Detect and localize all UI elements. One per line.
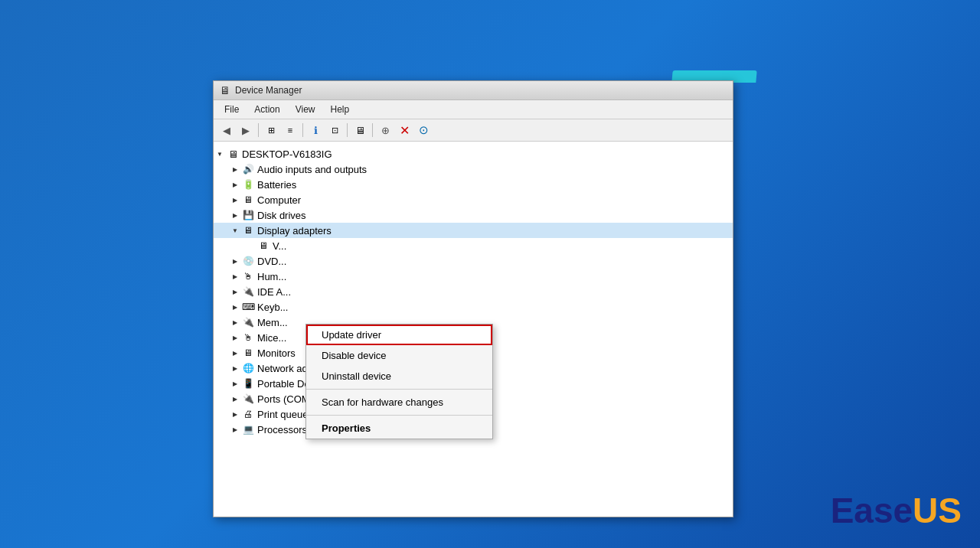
- menu-action[interactable]: Action: [247, 102, 287, 117]
- toolbar-remove-btn[interactable]: ✕: [396, 122, 413, 139]
- toolbar-separator-2: [302, 123, 303, 137]
- tree-root[interactable]: ▼ 🖥 DESKTOP-V6183IG: [214, 146, 733, 161]
- ctx-uninstall-device[interactable]: Uninstall device: [306, 366, 492, 387]
- ctx-separator-2: [306, 415, 492, 416]
- net-arrow: ▶: [229, 362, 241, 374]
- display-icon: 🖥: [241, 224, 255, 236]
- port-arrow: ▶: [229, 377, 241, 390]
- mem-icon: 🔌: [241, 316, 255, 328]
- mem-arrow: ▶: [229, 316, 241, 328]
- toolbar-view3-btn[interactable]: ⊡: [326, 122, 343, 139]
- toolbar-info-btn[interactable]: ℹ: [307, 122, 324, 139]
- vga-label: V...: [273, 240, 286, 252]
- ctx-disable-device[interactable]: Disable device: [306, 345, 492, 366]
- toolbar-separator-1: [258, 123, 259, 137]
- menubar: File Action View Help: [214, 100, 733, 119]
- mon-label: Monitors: [257, 347, 296, 359]
- toolbar-forward-btn[interactable]: ▶: [237, 122, 254, 139]
- root-label: DESKTOP-V6183IG: [242, 148, 332, 160]
- toolbar-monitor-btn[interactable]: 🖥: [351, 122, 368, 139]
- ctx-update-driver-label: Update driver: [322, 329, 381, 341]
- batteries-icon: 🔋: [241, 178, 255, 191]
- ctx-properties[interactable]: Properties: [306, 418, 492, 439]
- tree-item-hid[interactable]: ▶ 🖱 Hum...: [214, 269, 733, 284]
- ctx-uninstall-device-label: Uninstall device: [322, 370, 391, 382]
- hid-label: Hum...: [257, 271, 286, 282]
- ctx-scan-changes[interactable]: Scan for hardware changes: [306, 392, 492, 413]
- ease-text: Ease: [831, 491, 913, 530]
- display-arrow: ▼: [229, 224, 241, 236]
- disk-icon: 💾: [241, 209, 255, 221]
- menu-file[interactable]: File: [217, 102, 247, 117]
- titlebar: 🖥 Device Manager: [214, 81, 733, 100]
- mice-icon: 🖱: [241, 331, 255, 344]
- context-menu: Update driver Disable device Uninstall d…: [305, 324, 493, 439]
- toolbar-download-btn[interactable]: ⊙: [415, 122, 432, 139]
- tree-content: ▼ 🖥 DESKTOP-V6183IG ▶ 🔊 Audio inputs and…: [214, 142, 733, 517]
- tree-item-audio[interactable]: ▶ 🔊 Audio inputs and outputs: [214, 161, 733, 177]
- menu-view[interactable]: View: [288, 102, 323, 117]
- mem-label: Mem...: [257, 317, 288, 328]
- tree-item-ide[interactable]: ▶ 🔌 IDE A...: [214, 284, 733, 299]
- mon-icon: 🖥: [241, 347, 255, 359]
- prn-arrow: ▶: [229, 408, 241, 420]
- ctx-separator-1: [306, 389, 492, 390]
- device-manager-window: 🖥 Device Manager File Action View Help ◀…: [213, 80, 733, 517]
- port-icon: 📱: [241, 377, 255, 390]
- toolbar: ◀ ▶ ⊞ ≡ ℹ ⊡ 🖥 ⊕ ✕ ⊙: [214, 119, 733, 142]
- menu-help[interactable]: Help: [323, 102, 358, 117]
- ctx-update-driver[interactable]: Update driver: [306, 325, 492, 345]
- toolbar-back-btn[interactable]: ◀: [218, 122, 235, 139]
- prc-icon: 💻: [241, 423, 255, 435]
- tree-item-disk[interactable]: ▶ 💾 Disk drives: [214, 207, 733, 223]
- ctx-properties-label: Properties: [322, 422, 371, 434]
- ide-arrow: ▶: [229, 285, 241, 298]
- dvd-icon: 💿: [241, 255, 255, 267]
- prc-label: Processors: [257, 424, 307, 435]
- kb-icon: ⌨: [241, 301, 255, 313]
- audio-arrow: ▶: [229, 163, 241, 175]
- pts-icon: 🔌: [241, 393, 255, 405]
- tree-item-display[interactable]: ▼ 🖥 Display adapters: [214, 223, 733, 238]
- tree-item-dvd[interactable]: ▶ 💿 DVD...: [214, 253, 733, 269]
- batteries-label: Batteries: [257, 179, 296, 191]
- audio-icon: 🔊: [241, 163, 255, 175]
- vga-arrow: [244, 240, 256, 252]
- titlebar-text: Device Manager: [235, 85, 302, 96]
- ctx-scan-changes-label: Scan for hardware changes: [322, 396, 443, 408]
- net-icon: 🌐: [241, 362, 255, 374]
- ctx-disable-device-label: Disable device: [322, 350, 387, 361]
- batteries-arrow: ▶: [229, 178, 241, 191]
- dvd-arrow: ▶: [229, 255, 241, 267]
- audio-label: Audio inputs and outputs: [257, 164, 367, 175]
- kb-arrow: ▶: [229, 301, 241, 313]
- us-text: US: [913, 491, 962, 530]
- pts-arrow: ▶: [229, 393, 241, 405]
- tree-item-batteries[interactable]: ▶ 🔋 Batteries: [214, 177, 733, 192]
- dvd-label: DVD...: [257, 256, 286, 267]
- prc-arrow: ▶: [229, 423, 241, 435]
- computer-icon: 🖥: [241, 194, 255, 206]
- display-label: Display adapters: [257, 225, 332, 236]
- toolbar-separator-4: [372, 123, 373, 137]
- mon-arrow: ▶: [229, 347, 241, 359]
- ide-icon: 🔌: [241, 285, 255, 298]
- mice-arrow: ▶: [229, 331, 241, 344]
- easeus-branding: EaseUS: [831, 490, 962, 531]
- tree-item-keyboard[interactable]: ▶ ⌨ Keyb...: [214, 299, 733, 315]
- disk-label: Disk drives: [257, 210, 306, 221]
- computer-label: Computer: [257, 194, 301, 206]
- tree-item-vga[interactable]: 🖥 V...: [214, 238, 733, 253]
- toolbar-separator-3: [347, 123, 348, 137]
- root-arrow: ▼: [214, 148, 226, 160]
- toolbar-add-btn[interactable]: ⊕: [377, 122, 394, 139]
- toolbar-view2-btn[interactable]: ≡: [282, 122, 299, 139]
- toolbar-view1-btn[interactable]: ⊞: [263, 122, 279, 139]
- vga-icon: 🖥: [256, 240, 270, 252]
- hid-icon: 🖱: [241, 270, 255, 282]
- computer-arrow: ▶: [229, 194, 241, 206]
- root-icon: 🖥: [226, 148, 240, 160]
- tree-item-computer[interactable]: ▶ 🖥 Computer: [214, 192, 733, 207]
- kb-label: Keyb...: [257, 302, 288, 313]
- ide-label: IDE A...: [257, 286, 291, 298]
